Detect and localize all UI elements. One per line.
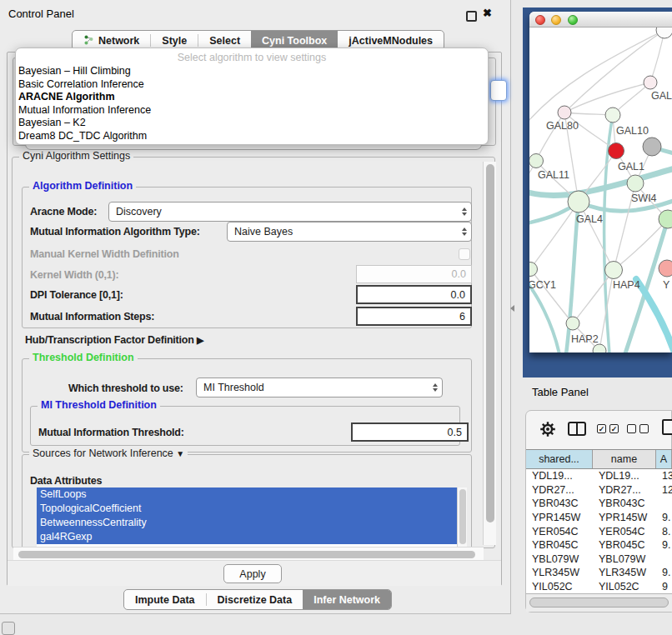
manual-kernel-label: Manual Kernel Width Definition xyxy=(30,248,179,260)
network-window-titlebar[interactable] xyxy=(529,12,672,28)
network-node-gcy1[interactable] xyxy=(529,262,538,277)
tab-infer-network[interactable]: Infer Network xyxy=(303,590,391,609)
network-node[interactable] xyxy=(659,210,672,228)
column-header-a[interactable]: A xyxy=(656,450,672,468)
table-hscrollbar[interactable] xyxy=(526,593,672,612)
node-label: GAL80 xyxy=(546,120,579,132)
dpi-tolerance-field[interactable]: 0.0 xyxy=(356,285,472,304)
aracne-mode-label: Aracne Mode: xyxy=(30,206,97,218)
aracne-mode-combo[interactable]: Discovery xyxy=(108,202,472,222)
column-header-name[interactable]: name xyxy=(593,450,656,468)
table-cell: YER054C xyxy=(526,526,593,538)
network-node-gal11[interactable] xyxy=(529,154,544,168)
minimize-traffic-light-icon[interactable] xyxy=(551,15,561,25)
node-label: HAP4 xyxy=(613,279,640,291)
mi-type-combo[interactable]: Naive Bayes xyxy=(227,222,472,242)
algorithm-option-aracne-algorithm[interactable]: ARACNE Algorithm xyxy=(16,91,488,104)
sources-title-text: Sources for Network Inference xyxy=(33,448,173,459)
settings-hscrollbar[interactable] xyxy=(13,547,484,560)
network-node-hap2[interactable] xyxy=(566,317,579,330)
table-cell: YBL079W xyxy=(593,553,656,565)
tab-label: Select xyxy=(209,35,240,47)
network-edge xyxy=(564,82,650,112)
settings-scrollbar[interactable] xyxy=(483,162,496,545)
algorithm-option-mutual-information-inference[interactable]: Mutual Information Inference xyxy=(16,104,488,118)
table-cell: 9. xyxy=(656,567,672,578)
table-cell: YLR345W xyxy=(526,567,593,578)
which-threshold-label: Which threshold to use: xyxy=(68,382,183,394)
kernel-width-field: 0.0 xyxy=(356,265,472,283)
tab-discretize-data[interactable]: Discretize Data xyxy=(207,590,303,609)
node-label: SWI4 xyxy=(631,192,657,204)
table-row[interactable]: YBL079WYBL079W xyxy=(526,552,672,567)
algorithm-option-bayesian-hill-climbing[interactable]: Bayesian – Hill Climbing xyxy=(16,65,488,78)
data-attribute-item[interactable]: BetweennessCentrality xyxy=(37,516,457,530)
table-cell: YBR043C xyxy=(526,498,593,509)
network-node-swi4[interactable] xyxy=(627,175,644,192)
apply-button[interactable]: Apply xyxy=(223,564,282,583)
tab-impute-data[interactable]: Impute Data xyxy=(124,590,206,609)
column-header-shared[interactable]: shared... xyxy=(526,450,593,468)
settings-scrollbar-thumb[interactable] xyxy=(486,164,494,522)
table-cell: YIL052C xyxy=(526,581,593,592)
table-row[interactable]: YBR045CYBR045C9. xyxy=(526,538,672,552)
network-node-gal[interactable] xyxy=(644,76,657,89)
network-node-y[interactable] xyxy=(659,260,672,277)
table-panel-title: Table Panel xyxy=(532,386,589,398)
sources-group-title[interactable]: Sources for Network Inference ▼ xyxy=(29,448,188,459)
data-attribute-item[interactable]: gal4RGexp xyxy=(37,530,457,544)
data-attribute-item[interactable]: SelfLoops xyxy=(37,488,457,502)
table-cell: YBR045C xyxy=(593,539,656,551)
hub-section-label: Hub/Transcription Factor Definition xyxy=(25,334,194,346)
algorithm-option-bayesian-k2[interactable]: Bayesian – K2 xyxy=(16,117,488,130)
table-cell: 8. xyxy=(656,526,672,538)
node-label: GAL4 xyxy=(576,213,603,225)
table-row[interactable]: YER054CYER054C8. xyxy=(526,524,672,538)
attr-list-scrollbar[interactable] xyxy=(457,488,467,547)
hide-columns-icon[interactable] xyxy=(627,424,649,433)
table-row[interactable]: YPR145WYPR145W9. xyxy=(526,511,672,525)
network-canvas[interactable]: GALGAL80GAL10GAL1GAL11SWI4GAL4GCY1HAP4YH… xyxy=(529,28,672,352)
close-traffic-light-icon[interactable] xyxy=(535,15,545,25)
network-node-gal4[interactable] xyxy=(568,191,589,212)
algorithm-option-basic-correlation-inference[interactable]: Basic Correlation Inference xyxy=(16,78,488,92)
data-attribute-item[interactable]: TopologicalCoefficient xyxy=(37,502,457,516)
cyni-bottom-tab-bar: Impute DataDiscretize DataInfer Network xyxy=(123,589,392,610)
network-node[interactable] xyxy=(643,138,661,156)
hub-section-toggle[interactable]: Hub/Transcription Factor Definition ▶ xyxy=(25,334,203,346)
combo-arrows-icon xyxy=(462,208,471,216)
which-threshold-combo[interactable]: MI Threshold xyxy=(196,378,443,398)
table-row[interactable]: YLR345WYLR345W9. xyxy=(526,566,672,580)
network-node-gal10[interactable] xyxy=(605,108,620,122)
zoom-traffic-light-icon[interactable] xyxy=(568,15,578,25)
float-window-icon[interactable] xyxy=(466,11,477,22)
network-node[interactable] xyxy=(656,28,672,38)
close-icon[interactable]: ✖ xyxy=(483,7,492,19)
collapsed-panel-icon[interactable] xyxy=(2,622,15,635)
table-row[interactable]: YDL19...YDL19...13 xyxy=(526,469,672,483)
document-icon[interactable] xyxy=(662,419,672,435)
network-node-gal1[interactable] xyxy=(609,143,624,159)
inference-algorithm-combo-fragment[interactable] xyxy=(490,80,507,101)
mi-steps-field[interactable]: 6 xyxy=(356,307,472,326)
manual-kernel-checkbox xyxy=(459,248,470,260)
table-cell: YDL19... xyxy=(526,470,593,482)
table-row[interactable]: YBR043CYBR043C xyxy=(526,497,672,511)
table-row[interactable]: YIL052CYIL052C9 xyxy=(526,580,672,594)
table-hscrollbar-thumb[interactable] xyxy=(529,598,669,608)
table-cell: YBR045C xyxy=(526,539,593,551)
show-checked-columns-icon[interactable]: ✓✓ xyxy=(597,424,619,433)
settings-hscrollbar-thumb[interactable] xyxy=(18,551,475,558)
node-label: GAL1 xyxy=(618,161,644,172)
algorithm-dropdown-placeholder: Select algorithm to view settings xyxy=(16,51,488,65)
gear-icon[interactable] xyxy=(539,420,557,438)
split-columns-icon[interactable] xyxy=(568,422,586,436)
divider-collapse-icon[interactable] xyxy=(510,305,514,312)
table-row[interactable]: YDR27...YDR27...12 xyxy=(526,483,672,498)
table-cell: 12 xyxy=(656,484,672,496)
network-node-hap4[interactable] xyxy=(605,262,623,279)
tab-label: jActiveMNodules xyxy=(349,35,433,47)
mi-threshold-field[interactable]: 0.5 xyxy=(351,422,469,442)
network-node-gal80[interactable] xyxy=(558,106,571,119)
algorithm-option-dream8-dc-tdc-algorithm[interactable]: Dream8 DC_TDC Algorithm xyxy=(16,130,488,143)
